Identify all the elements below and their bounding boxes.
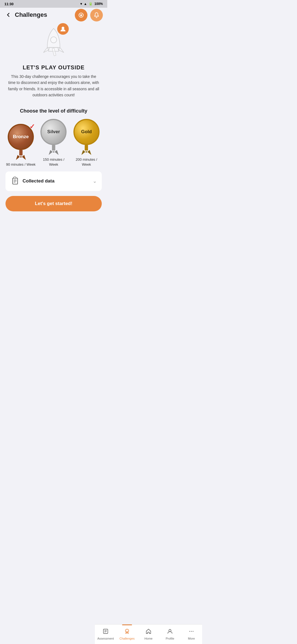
bronze-label: Bronze (13, 134, 29, 140)
status-time: 11:30 (4, 2, 13, 6)
challenge-description: This 30-day challenge encourages you to … (6, 73, 102, 98)
silver-label: Silver (47, 129, 60, 135)
gold-label: Gold (81, 129, 92, 135)
collected-data-left: Collected data (10, 176, 54, 187)
svg-marker-9 (81, 150, 91, 155)
header-left: Challenges (4, 11, 47, 19)
silver-medal-full: Silver (40, 119, 67, 155)
gold-ribbon (80, 145, 93, 155)
svg-marker-5 (16, 155, 26, 160)
main-content: LET'S PLAY OUTSIDE This 30-day challenge… (0, 21, 107, 239)
gold-minutes: 200 minutes / Week (71, 157, 102, 167)
challenge-title: LET'S PLAY OUTSIDE (23, 64, 84, 71)
badge-button[interactable] (75, 9, 87, 21)
page-title: Challenges (15, 11, 47, 18)
gold-medal-option[interactable]: Gold 200 minutes / Week (71, 119, 102, 167)
notification-button[interactable] (90, 9, 103, 21)
silver-circle: Silver (40, 119, 67, 145)
bronze-circle: Bronze ✓ (8, 124, 34, 150)
silver-minutes: 150 minutes / Week (38, 157, 69, 167)
get-started-button[interactable]: Let's get started! (6, 196, 102, 211)
header-action-icons (75, 9, 103, 21)
svg-rect-4 (19, 150, 23, 155)
svg-rect-11 (14, 177, 16, 179)
chevron-down-icon: ⌄ (93, 178, 97, 184)
rocket-icon (38, 26, 69, 59)
silver-medal-option[interactable]: Silver 150 minutes / Week (38, 119, 69, 167)
header: Challenges (0, 8, 107, 21)
bronze-minutes: 90 minutes / Week (6, 162, 35, 167)
challenge-hero: LET'S PLAY OUTSIDE This 30-day challenge… (6, 23, 102, 98)
status-icons: ▾ ▲ 🔋 100% (80, 2, 103, 6)
rocket-container (36, 23, 72, 62)
bronze-ribbon (14, 150, 28, 160)
clipboard-icon (10, 176, 19, 187)
svg-rect-8 (85, 145, 88, 151)
svg-marker-7 (49, 150, 59, 155)
gold-circle: Gold (73, 119, 100, 145)
collected-data-label: Collected data (23, 178, 54, 184)
gold-medal-full: Gold (73, 119, 100, 155)
bronze-medal-full: Bronze ✓ (8, 124, 34, 160)
selected-checkmark: ✓ (29, 123, 35, 130)
silver-ribbon (47, 145, 60, 155)
svg-rect-6 (52, 145, 55, 151)
back-button[interactable] (4, 11, 12, 19)
status-bar: 11:30 ▾ ▲ 🔋 100% (0, 0, 107, 8)
medals-row: Bronze ✓ 90 minutes / Week Silver (6, 119, 102, 167)
difficulty-section: Choose the level of difficulty Bronze ✓ … (6, 108, 102, 167)
svg-point-2 (51, 37, 57, 43)
difficulty-title: Choose the level of difficulty (6, 108, 102, 114)
collected-data-section[interactable]: Collected data ⌄ (6, 171, 102, 191)
bronze-medal-option[interactable]: Bronze ✓ 90 minutes / Week (6, 124, 36, 167)
